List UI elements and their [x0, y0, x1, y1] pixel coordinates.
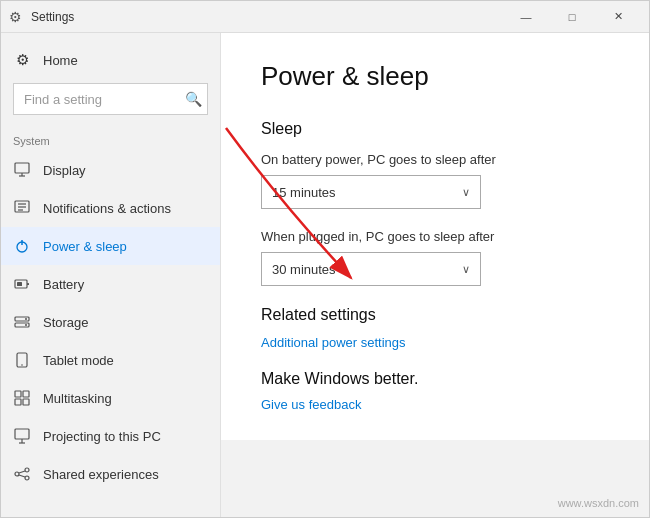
main-wrapper: Power & sleep Sleep On battery power, PC…	[221, 33, 649, 517]
sidebar-item-display-label: Display	[43, 163, 86, 178]
sidebar-item-battery-label: Battery	[43, 277, 84, 292]
give-feedback-link[interactable]: Give us feedback	[261, 397, 361, 412]
title-bar: ⚙ Settings — □ ✕	[1, 1, 649, 33]
sidebar-item-projecting[interactable]: Projecting to this PC	[1, 417, 220, 455]
svg-line-28	[19, 471, 25, 473]
svg-rect-11	[17, 282, 22, 286]
svg-rect-20	[15, 399, 21, 405]
svg-rect-22	[15, 429, 29, 439]
battery-sleep-dropdown[interactable]: 15 minutes ∨	[261, 175, 481, 209]
shared-icon	[13, 465, 31, 483]
sidebar-section-label: System	[1, 127, 220, 151]
sidebar: ⚙ Home 🔍 System Display	[1, 33, 221, 517]
search-icon-button[interactable]: 🔍	[185, 91, 202, 107]
tablet-icon	[13, 351, 31, 369]
search-input[interactable]	[13, 83, 208, 115]
sidebar-item-storage[interactable]: Storage	[1, 303, 220, 341]
plugged-sleep-dropdown[interactable]: 30 minutes ∨	[261, 252, 481, 286]
notifications-icon	[13, 199, 31, 217]
app-icon: ⚙	[9, 9, 25, 25]
sleep-section-title: Sleep	[261, 120, 609, 138]
svg-rect-21	[23, 399, 29, 405]
home-icon: ⚙	[13, 51, 31, 69]
window-title: Settings	[31, 10, 503, 24]
svg-point-15	[25, 324, 27, 326]
related-settings-title: Related settings	[261, 306, 609, 324]
sidebar-item-notifications[interactable]: Notifications & actions	[1, 189, 220, 227]
sidebar-item-shared[interactable]: Shared experiences	[1, 455, 220, 493]
plugged-sleep-wrapper: When plugged in, PC goes to sleep after …	[261, 229, 609, 286]
svg-line-29	[19, 475, 25, 477]
svg-rect-10	[27, 283, 29, 285]
svg-rect-19	[23, 391, 29, 397]
sidebar-item-power-label: Power & sleep	[43, 239, 127, 254]
additional-power-settings-link[interactable]: Additional power settings	[261, 335, 406, 350]
battery-sleep-wrapper: On battery power, PC goes to sleep after…	[261, 152, 609, 209]
projecting-icon	[13, 427, 31, 445]
svg-point-14	[25, 318, 27, 320]
power-icon	[13, 237, 31, 255]
page-title: Power & sleep	[261, 61, 609, 92]
battery-sleep-value: 15 minutes	[272, 185, 336, 200]
storage-icon	[13, 313, 31, 331]
svg-rect-18	[15, 391, 21, 397]
sidebar-item-tablet[interactable]: Tablet mode	[1, 341, 220, 379]
settings-window: ⚙ Settings — □ ✕ ⚙ Home 🔍 System	[0, 0, 650, 518]
search-container: 🔍	[13, 83, 208, 115]
sidebar-item-battery[interactable]: Battery	[1, 265, 220, 303]
sidebar-item-multitasking[interactable]: Multitasking	[1, 379, 220, 417]
svg-point-17	[21, 364, 23, 366]
maximize-button[interactable]: □	[549, 1, 595, 33]
minimize-button[interactable]: —	[503, 1, 549, 33]
main-content: Power & sleep Sleep On battery power, PC…	[221, 33, 649, 440]
plugged-sleep-label: When plugged in, PC goes to sleep after	[261, 229, 609, 244]
sidebar-item-home-label: Home	[43, 53, 78, 68]
svg-point-27	[25, 476, 29, 480]
sidebar-item-multitasking-label: Multitasking	[43, 391, 112, 406]
battery-sleep-chevron: ∨	[462, 186, 470, 199]
display-icon	[13, 161, 31, 179]
make-better-title: Make Windows better.	[261, 370, 609, 388]
battery-icon	[13, 275, 31, 293]
sidebar-item-display[interactable]: Display	[1, 151, 220, 189]
sidebar-item-shared-label: Shared experiences	[43, 467, 159, 482]
app-body: ⚙ Home 🔍 System Display	[1, 33, 649, 517]
close-button[interactable]: ✕	[595, 1, 641, 33]
sidebar-item-power[interactable]: Power & sleep	[1, 227, 220, 265]
sidebar-item-projecting-label: Projecting to this PC	[43, 429, 161, 444]
battery-sleep-label: On battery power, PC goes to sleep after	[261, 152, 609, 167]
svg-point-26	[25, 468, 29, 472]
sidebar-item-tablet-label: Tablet mode	[43, 353, 114, 368]
sidebar-item-storage-label: Storage	[43, 315, 89, 330]
watermark: www.wsxdn.com	[558, 497, 639, 509]
plugged-sleep-value: 30 minutes	[272, 262, 336, 277]
plugged-sleep-chevron: ∨	[462, 263, 470, 276]
svg-rect-0	[15, 163, 29, 173]
multitasking-icon	[13, 389, 31, 407]
sidebar-item-home[interactable]: ⚙ Home	[1, 41, 220, 79]
sidebar-item-notifications-label: Notifications & actions	[43, 201, 171, 216]
window-controls: — □ ✕	[503, 1, 641, 33]
svg-point-25	[15, 472, 19, 476]
